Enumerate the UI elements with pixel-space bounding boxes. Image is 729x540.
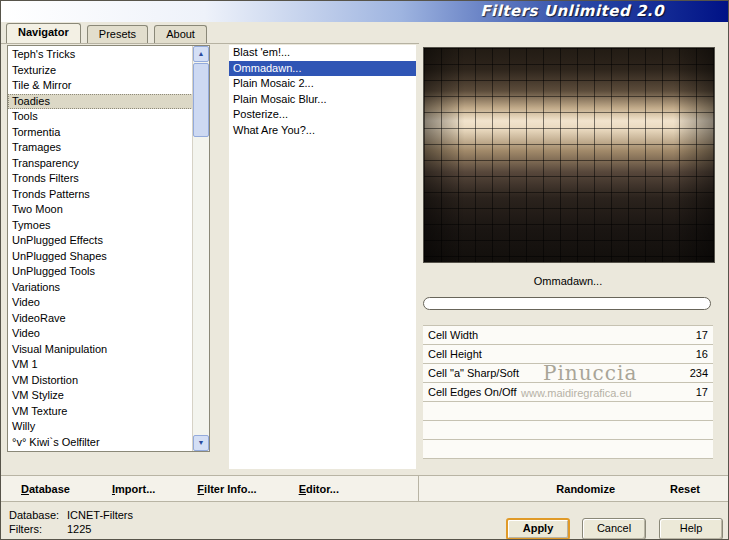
category-panel: Teph's TricksTexturizeTile & MirrorToadi… — [7, 45, 210, 452]
category-item[interactable]: Visual Manipulation — [8, 342, 193, 358]
filter-item[interactable]: Plain Mosaic 2... — [229, 76, 416, 92]
category-item[interactable]: Tormentia — [8, 125, 193, 141]
status-filters-label: Filters: — [9, 522, 67, 536]
category-item[interactable]: Texturize — [8, 63, 193, 79]
toolbar-right-group: Randomize Reset — [556, 476, 700, 501]
status-filters-value: 1225 — [67, 523, 91, 535]
tab-strip: Navigator Presets About — [6, 23, 210, 43]
help-button[interactable]: Help — [659, 518, 723, 540]
parameter-row[interactable]: Cell Width17 — [423, 326, 713, 345]
category-item[interactable]: Tronds Patterns — [8, 187, 193, 203]
category-item[interactable]: Tile & Mirror — [8, 78, 193, 94]
parameter-name: Cell Edges On/Off — [428, 383, 516, 401]
scrollbar-up-button[interactable]: ▲ — [193, 46, 209, 62]
category-item[interactable]: Tools — [8, 109, 193, 125]
filter-item[interactable]: Ommadawn... — [229, 61, 416, 77]
filter-item[interactable]: What Are You?... — [229, 123, 416, 139]
parameter-name: Cell Width — [428, 326, 478, 344]
editor-button[interactable]: Editor... — [299, 483, 339, 495]
filter-item[interactable]: Blast 'em!... — [229, 45, 416, 61]
window-title: Filters Unlimited 2.0 — [480, 1, 664, 22]
randomize-button[interactable]: Randomize — [556, 483, 615, 495]
parameter-row-empty — [423, 402, 713, 421]
parameter-row-empty — [423, 421, 713, 440]
category-item[interactable]: Tramages — [8, 140, 193, 156]
category-item[interactable]: Video — [8, 295, 193, 311]
cancel-button[interactable]: Cancel — [582, 518, 646, 540]
category-item[interactable]: Teph's Tricks — [8, 47, 193, 63]
parameter-row-empty — [423, 440, 713, 459]
category-item[interactable]: UnPlugged Effects — [8, 233, 193, 249]
status-area: Database:ICNET-Filters Filters:1225 — [9, 508, 133, 536]
category-item[interactable]: VM Distortion — [8, 373, 193, 389]
parameter-name: Cell "a" Sharp/Soft — [428, 364, 519, 382]
progress-bar — [423, 297, 711, 310]
preview-panel: Ommadawn... Cell Width17Cell Height16Cel… — [421, 45, 719, 475]
database-button[interactable]: Database — [21, 483, 70, 495]
category-item[interactable]: VM 1 — [8, 357, 193, 373]
tab-presets[interactable]: Presets — [87, 25, 148, 43]
tab-strip-divider — [1, 43, 419, 44]
toolbar-divider — [418, 476, 419, 501]
filters-unlimited-dialog: Filters Unlimited 2.0 Navigator Presets … — [0, 0, 729, 540]
category-item[interactable]: VideoRave — [8, 311, 193, 327]
parameter-value: 234 — [690, 364, 708, 382]
filter-panel: Blast 'em!...Ommadawn...Plain Mosaic 2..… — [229, 45, 416, 469]
parameter-name: Cell Height — [428, 345, 482, 363]
parameter-value: 16 — [696, 345, 708, 363]
category-item[interactable]: Tronds Filters — [8, 171, 193, 187]
filter-info-button[interactable]: Filter Info... — [197, 483, 256, 495]
category-item[interactable]: VM Texture — [8, 404, 193, 420]
category-item[interactable]: Two Moon — [8, 202, 193, 218]
filter-preview-image[interactable] — [423, 47, 715, 263]
category-item[interactable]: UnPlugged Tools — [8, 264, 193, 280]
category-item[interactable]: Variations — [8, 280, 193, 296]
status-filters-row: Filters:1225 — [9, 522, 133, 536]
category-scrollbar[interactable]: ▲ ▼ — [192, 46, 209, 451]
filter-item[interactable]: Plain Mosaic Blur... — [229, 92, 416, 108]
title-bar: Filters Unlimited 2.0 — [1, 1, 728, 22]
parameter-row[interactable]: Cell Edges On/Off17 — [423, 383, 713, 402]
status-database-row: Database:ICNET-Filters — [9, 508, 133, 522]
scrollbar-down-button[interactable]: ▼ — [193, 435, 209, 451]
parameter-row[interactable]: Cell "a" Sharp/Soft234 — [423, 364, 713, 383]
parameter-table: Cell Width17Cell Height16Cell "a" Sharp/… — [423, 325, 713, 459]
apply-button[interactable]: Apply — [506, 518, 570, 540]
category-item[interactable]: Willy — [8, 419, 193, 435]
filter-list: Blast 'em!...Ommadawn...Plain Mosaic 2..… — [229, 45, 416, 138]
filter-item[interactable]: Posterize... — [229, 107, 416, 123]
preview-filter-name: Ommadawn... — [423, 272, 713, 290]
parameter-value: 17 — [696, 383, 708, 401]
category-list: Teph's TricksTexturizeTile & MirrorToadi… — [8, 47, 193, 450]
status-database-value: ICNET-Filters — [67, 509, 133, 521]
category-item[interactable]: °v° Kiwi`s Oelfilter — [8, 435, 193, 451]
import-button[interactable]: Import... — [112, 483, 155, 495]
category-item[interactable]: UnPlugged Shapes — [8, 249, 193, 265]
parameter-row[interactable]: Cell Height16 — [423, 345, 713, 364]
scrollbar-thumb[interactable] — [193, 63, 209, 137]
category-item[interactable]: VM Stylize — [8, 388, 193, 404]
category-item[interactable]: Toadies — [8, 94, 193, 110]
toolbar-left-group: Database Import... Filter Info... Editor… — [21, 476, 339, 501]
reset-button[interactable]: Reset — [670, 483, 700, 495]
bottom-toolbar: Database Import... Filter Info... Editor… — [1, 475, 729, 502]
tab-navigator[interactable]: Navigator — [6, 23, 81, 43]
category-item[interactable]: Video — [8, 326, 193, 342]
tab-about[interactable]: About — [154, 25, 207, 43]
status-database-label: Database: — [9, 508, 67, 522]
parameter-value: 17 — [696, 326, 708, 344]
category-item[interactable]: Tymoes — [8, 218, 193, 234]
category-item[interactable]: Transparency — [8, 156, 193, 172]
